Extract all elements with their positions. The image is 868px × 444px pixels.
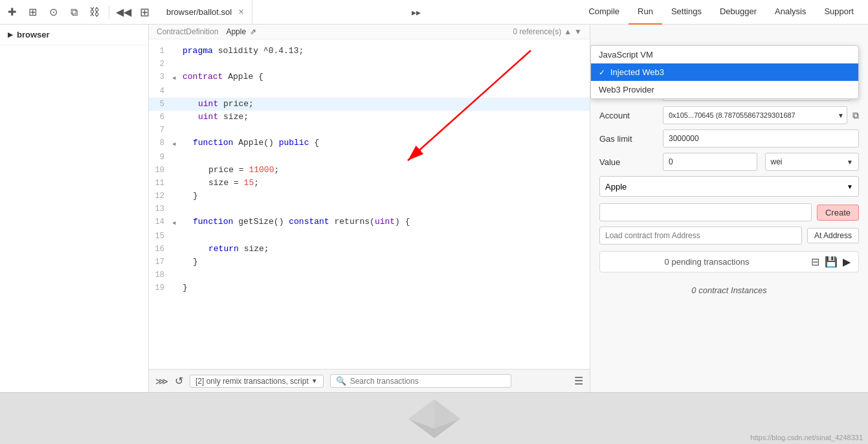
account-copy-icon[interactable]: ⧉ (852, 110, 859, 121)
dropdown-js-vm-label: JavaScript VM (599, 50, 653, 60)
top-toolbar: ✚ ⊞ ⊙ ⧉ ⛓ ◀◀ ⊞ browser/ballot.sol ✕ ▸▸ C… (0, 0, 868, 25)
code-line-4: 4 (149, 85, 590, 98)
ref-up-icon[interactable]: ▲ (564, 27, 572, 36)
filter-label: [2] only remix transactions, script (195, 377, 309, 386)
breadcrumb-link-icon: ⇗ (250, 27, 256, 36)
tab-debugger[interactable]: Debugger (711, 0, 766, 25)
dropdown-web3-provider-label: Web3 Provider (599, 85, 654, 94)
create-button[interactable]: Create (817, 205, 859, 221)
value-unit-selector[interactable]: wei ▼ (765, 153, 860, 171)
gas-row: Gas limit 3000000 (599, 129, 859, 148)
tab-compile[interactable]: Compile (579, 0, 629, 25)
tab-support[interactable]: Support (815, 0, 863, 25)
editor-container: ContractDefinition Apple ⇗ 0 reference(s… (149, 25, 590, 392)
folder-icon[interactable]: ⊞ (26, 6, 39, 19)
code-line-19: 19 } (149, 282, 590, 294)
refresh-icon[interactable]: ↺ (175, 375, 183, 387)
sidebar-header[interactable]: ▶ browser (0, 25, 148, 45)
link-icon[interactable]: ⛓ (88, 6, 101, 19)
code-line-9: 9 (149, 151, 590, 164)
sidebar: ▶ browser (0, 25, 149, 392)
tab-analysis[interactable]: Analysis (766, 0, 815, 25)
code-editor[interactable]: 1 pragma solidity ^0.4.13; 2 3 ◀ contrac… (149, 39, 590, 369)
code-line-16: 16 return size; (149, 243, 590, 256)
code-line-11: 11 size = 15; (149, 177, 590, 190)
ref-count-text: 0 reference(s) (513, 27, 562, 36)
ref-down-icon[interactable]: ▼ (574, 27, 582, 36)
transaction-filter-dropdown[interactable]: [2] only remix transactions, script ▼ (190, 375, 324, 388)
account-row: Account 0x105...70645 (8.787055867329301… (599, 106, 859, 124)
value-label: Value (599, 157, 658, 167)
check-icon: ✓ (599, 68, 605, 77)
pending-transactions-row: 0 pending transactions ⊟ 💾 ▶ (599, 251, 859, 272)
gas-label: Gas limit (599, 134, 658, 144)
value-unit: wei (771, 157, 783, 166)
account-value: 0x105...70645 (8.787055867329301687 (669, 111, 829, 119)
collapse-icon[interactable]: ◀◀ (117, 6, 130, 19)
dropdown-injected-web3[interactable]: ✓ Injected Web3 (591, 63, 858, 81)
save-icon[interactable]: 💾 (825, 256, 838, 268)
right-panel: JavaScript VM ✓ Injected Web3 Web3 Provi… (590, 25, 868, 392)
minus-icon[interactable]: ⊟ (811, 256, 819, 268)
account-dropdown-arrow[interactable]: ▼ (838, 112, 844, 119)
code-line-2: 2 (149, 58, 590, 71)
code-line-3: 3 ◀ contract Apple { (149, 71, 590, 85)
gas-field[interactable]: 3000000 (663, 129, 859, 148)
sidebar-title: browser (17, 30, 50, 39)
editor-bottom: ⋙ ↺ [2] only remix transactions, script … (149, 369, 590, 392)
ethereum-logo (395, 396, 473, 441)
tab-run[interactable]: Run (629, 0, 662, 25)
create-row: Create (599, 203, 859, 221)
code-line-10: 10 price = 11000; (149, 164, 590, 177)
tab-label: browser/ballot.sol (166, 7, 232, 17)
search-input[interactable] (350, 377, 506, 386)
load-address-input[interactable] (599, 227, 802, 245)
terminal-icon[interactable]: ☰ (574, 375, 583, 387)
value-row: Value 0 wei ▼ (599, 153, 859, 171)
contract-name: Apple (605, 182, 627, 192)
code-line-18: 18 (149, 269, 590, 282)
environment-dropdown[interactable]: JavaScript VM ✓ Injected Web3 Web3 Provi… (590, 45, 859, 99)
breadcrumb-contract-name: Apple (226, 27, 246, 36)
create-input[interactable] (599, 203, 812, 221)
github-icon[interactable]: ⊙ (47, 6, 60, 19)
dropdown-arrow-icon: ▼ (311, 377, 318, 384)
account-field[interactable]: 0x105...70645 (8.787055867329301687 ▼ (663, 106, 847, 124)
sidebar-arrow-icon: ▶ (8, 31, 13, 38)
toolbar-divider (109, 5, 109, 19)
code-line-12: 12 } (149, 190, 590, 203)
unit-arrow-icon: ▼ (847, 159, 853, 166)
file-tab[interactable]: browser/ballot.sol ✕ (159, 0, 252, 25)
bottom-thumbnail: https://blog.csdn.net/sinat_4248331 (0, 392, 868, 444)
search-bar[interactable]: 🔍 (330, 374, 511, 388)
play-icon[interactable]: ▶ (843, 256, 851, 268)
nav-forward-icon[interactable]: ▸▸ (412, 7, 421, 17)
copy-icon[interactable]: ⧉ (67, 6, 80, 19)
expand-icon[interactable]: ⊞ (138, 6, 151, 19)
code-line-7: 7 (149, 124, 590, 137)
contract-instances: 0 contract Instances (599, 285, 859, 295)
value-num: 0 (669, 157, 673, 166)
dropdown-web3-provider[interactable]: Web3 Provider (591, 81, 858, 98)
pending-icons: ⊟ 💾 ▶ (811, 256, 851, 268)
right-content: JavaScript VM ✓ Injected Web3 Web3 Provi… (590, 25, 868, 392)
contract-arrow-icon: ▼ (847, 183, 853, 190)
at-address-button[interactable]: At Address (807, 228, 859, 243)
tab-settings[interactable]: Settings (662, 0, 711, 25)
dropdown-js-vm[interactable]: JavaScript VM (591, 46, 858, 63)
gas-value: 3000000 (669, 134, 699, 143)
pending-text: 0 pending transactions (608, 257, 806, 267)
add-file-icon[interactable]: ✚ (5, 6, 18, 19)
right-tabs: Compile Run Settings Debugger Analysis S… (579, 0, 863, 25)
ref-count[interactable]: 0 reference(s) ▲ ▼ (513, 27, 582, 36)
main-area: ▶ browser ContractDefinition Apple ⇗ 0 r… (0, 25, 868, 392)
code-line-15: 15 (149, 230, 590, 243)
nav-arrows: ▸▸ (412, 7, 421, 17)
code-line-13: 13 (149, 203, 590, 216)
code-line-17: 17 } (149, 256, 590, 269)
contract-selector[interactable]: Apple ▼ (599, 176, 859, 197)
close-tab-icon[interactable]: ✕ (238, 8, 244, 16)
nav-icon[interactable]: ⋙ (155, 376, 168, 386)
value-num-field[interactable]: 0 (663, 153, 757, 171)
editor-breadcrumb: ContractDefinition Apple ⇗ 0 reference(s… (149, 25, 590, 39)
